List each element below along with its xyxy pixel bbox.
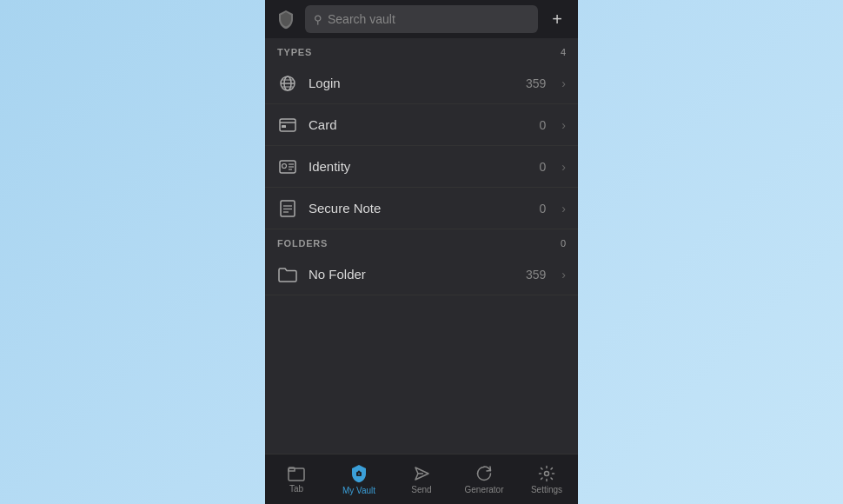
types-title: TYPES [277, 47, 312, 57]
secure-note-count: 0 [540, 202, 547, 216]
send-label: Send [411, 485, 431, 494]
note-icon [277, 198, 298, 219]
nav-generator[interactable]: Generator [453, 454, 515, 504]
vault-icon [351, 464, 367, 483]
add-button[interactable]: + [545, 7, 569, 31]
types-section-header: TYPES 4 [265, 38, 578, 63]
bottom-nav: Tab My Vault Send [265, 454, 578, 504]
login-label: Login [309, 76, 515, 90]
nav-send[interactable]: Send [390, 454, 453, 504]
folders-title: FOLDERS [277, 238, 328, 249]
type-secure-note-item[interactable]: Secure Note 0 › [265, 188, 578, 229]
no-folder-count: 359 [526, 268, 546, 282]
search-icon: ⚲ [314, 13, 322, 26]
send-icon [413, 465, 430, 482]
login-count: 359 [526, 76, 546, 90]
identity-chevron: › [561, 160, 566, 174]
settings-label: Settings [531, 485, 562, 494]
nav-settings[interactable]: Settings [515, 454, 578, 504]
nav-tab[interactable]: Tab [265, 454, 328, 504]
no-folder-label: No Folder [309, 267, 515, 282]
type-login-item[interactable]: Login 359 › [265, 63, 578, 104]
header: ⚲ + [265, 0, 578, 38]
folder-no-folder-item[interactable]: No Folder 359 › [265, 254, 578, 295]
search-input[interactable] [328, 12, 529, 26]
card-count: 0 [540, 118, 547, 132]
generator-label: Generator [464, 485, 503, 494]
folder-icon [277, 264, 298, 285]
identity-count: 0 [540, 160, 547, 174]
search-bar: ⚲ [305, 5, 538, 33]
no-folder-chevron: › [561, 268, 566, 282]
svg-rect-7 [282, 125, 286, 128]
secure-note-chevron: › [561, 202, 566, 216]
main-content: TYPES 4 Login 359 › [265, 38, 578, 454]
tab-icon [288, 466, 305, 481]
card-icon [277, 115, 298, 136]
settings-icon [538, 465, 555, 482]
app-logo[interactable] [274, 7, 298, 31]
type-identity-item[interactable]: Identity 0 › [265, 146, 578, 188]
svg-rect-17 [289, 468, 304, 481]
svg-point-19 [358, 470, 361, 473]
identity-icon [277, 156, 298, 177]
type-card-item[interactable]: Card 0 › [265, 104, 578, 146]
types-count: 4 [561, 47, 566, 57]
tab-label: Tab [289, 484, 303, 494]
app-container: ⚲ + TYPES 4 Login 359 › [265, 0, 578, 504]
globe-icon [277, 73, 298, 94]
card-label: Card [309, 117, 529, 132]
folders-section-header: FOLDERS 0 [265, 229, 578, 254]
login-chevron: › [561, 76, 566, 90]
svg-point-9 [282, 163, 287, 168]
folders-count: 0 [561, 238, 566, 249]
identity-label: Identity [309, 159, 529, 174]
card-chevron: › [561, 118, 566, 132]
my-vault-label: My Vault [342, 486, 375, 495]
svg-point-22 [545, 471, 549, 475]
secure-note-label: Secure Note [309, 201, 529, 216]
generator-icon [475, 465, 493, 482]
nav-my-vault[interactable]: My Vault [328, 454, 390, 504]
